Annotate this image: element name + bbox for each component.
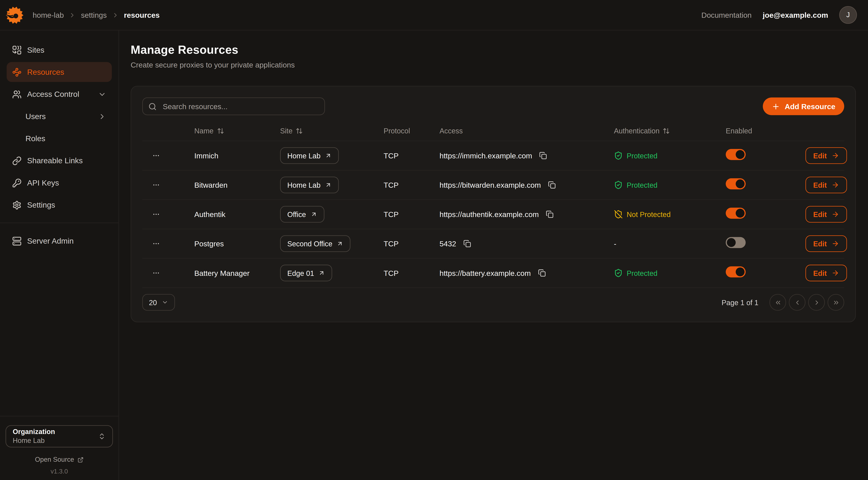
column-header-enabled: Enabled xyxy=(726,126,806,135)
enabled-toggle[interactable] xyxy=(726,149,746,160)
edit-label: Edit xyxy=(813,239,827,248)
protocol-value: TCP xyxy=(383,152,399,160)
pangolin-logo[interactable] xyxy=(6,6,24,24)
toggle-knob xyxy=(736,268,745,276)
page-size-select[interactable]: 20 xyxy=(142,294,175,310)
site-name: Office xyxy=(287,210,306,218)
sidebar-item-label: Access Control xyxy=(27,90,79,99)
open-source-link[interactable]: Open Source xyxy=(6,456,113,463)
site-link-badge[interactable]: Home Lab xyxy=(280,147,339,164)
access-url: https://bitwarden.example.com xyxy=(439,181,541,189)
server-icon xyxy=(12,236,22,246)
previous-page-button[interactable] xyxy=(789,294,806,310)
plus-icon xyxy=(772,102,780,111)
site-link-badge[interactable]: Office xyxy=(280,206,324,222)
search-input[interactable] xyxy=(162,101,319,111)
breadcrumb-current[interactable]: resources xyxy=(124,11,160,19)
documentation-link[interactable]: Documentation xyxy=(701,11,752,19)
enabled-toggle[interactable] xyxy=(726,266,746,277)
toggle-knob xyxy=(736,209,745,217)
sidebar-item-roles[interactable]: Roles xyxy=(7,128,112,148)
sidebar-item-sites[interactable]: Sites xyxy=(7,40,112,60)
sidebar-item-label: Sites xyxy=(27,46,44,54)
open-source-label: Open Source xyxy=(35,456,74,463)
row-menu-button[interactable] xyxy=(150,208,163,221)
chevrons-up-down-icon xyxy=(98,432,106,440)
breadcrumb-settings[interactable]: settings xyxy=(81,11,107,19)
row-menu-button[interactable] xyxy=(150,266,163,280)
shield-off-icon xyxy=(614,210,623,219)
sidebar-item-label: Shareable Links xyxy=(27,156,83,165)
row-menu-button[interactable] xyxy=(150,237,163,250)
site-link-badge[interactable]: Home Lab xyxy=(280,177,339,193)
sidebar-item-api-keys[interactable]: API Keys xyxy=(7,173,112,193)
sidebar-item-users[interactable]: Users xyxy=(7,106,112,126)
copy-button[interactable] xyxy=(462,238,473,249)
page-size-value: 20 xyxy=(149,298,157,306)
sidebar-item-shareable-links[interactable]: Shareable Links xyxy=(7,151,112,171)
edit-button[interactable]: Edit xyxy=(805,235,847,252)
column-header-authentication[interactable]: Authentication xyxy=(614,126,726,135)
copy-button[interactable] xyxy=(536,268,547,278)
copy-icon xyxy=(539,152,547,159)
row-menu-button[interactable] xyxy=(150,178,163,191)
sidebar-item-server-admin[interactable]: Server Admin xyxy=(7,231,112,251)
edit-button[interactable]: Edit xyxy=(805,147,847,164)
arrow-right-icon xyxy=(831,240,839,248)
chevrons-right-icon xyxy=(832,299,840,306)
copy-button[interactable] xyxy=(547,179,558,190)
topbar: home-lab settings resources Documentatio… xyxy=(0,0,868,30)
combine-icon xyxy=(12,45,22,55)
sidebar-item-label: Resources xyxy=(27,67,64,77)
copy-button[interactable] xyxy=(538,150,549,161)
site-link-badge[interactable]: Second Office xyxy=(280,235,351,252)
app-root: home-lab settings resources Documentatio… xyxy=(0,0,868,480)
sidebar-item-label: API Keys xyxy=(27,178,59,187)
protocol-value: TCP xyxy=(383,210,399,219)
protocol-value: TCP xyxy=(383,269,399,277)
organization-value: Home Lab xyxy=(13,437,55,445)
chevron-right-icon xyxy=(98,112,106,121)
copy-icon xyxy=(463,240,471,248)
first-page-button[interactable] xyxy=(769,294,786,310)
avatar[interactable]: J xyxy=(839,6,857,24)
add-resource-button[interactable]: Add Resource xyxy=(763,97,844,115)
sidebar-item-access-control[interactable]: Access Control xyxy=(7,84,112,104)
edit-button[interactable]: Edit xyxy=(805,177,847,193)
authentication-status: Not Protected xyxy=(614,210,726,219)
column-header-site[interactable]: Site xyxy=(280,126,383,135)
column-header-name[interactable]: Name xyxy=(194,126,280,135)
organization-selector[interactable]: Organization Home Lab xyxy=(6,425,113,447)
site-link-badge[interactable]: Edge 01 xyxy=(280,265,332,281)
enabled-toggle[interactable] xyxy=(726,237,746,248)
sidebar-item-settings[interactable]: Settings xyxy=(7,195,112,215)
enabled-toggle[interactable] xyxy=(726,208,746,219)
key-icon xyxy=(12,178,22,187)
sidebar-item-label: Roles xyxy=(26,134,45,143)
sidebar-item-label: Users xyxy=(26,112,46,121)
column-label: Name xyxy=(194,126,214,135)
page-subtitle: Create secure proxies to your private ap… xyxy=(131,61,857,69)
copy-button[interactable] xyxy=(544,209,555,220)
edit-button[interactable]: Edit xyxy=(805,265,847,281)
app-version: v1.3.0 xyxy=(6,468,113,475)
edit-button[interactable]: Edit xyxy=(805,206,847,222)
enabled-toggle[interactable] xyxy=(726,178,746,189)
next-page-button[interactable] xyxy=(808,294,825,310)
copy-icon xyxy=(548,181,556,189)
breadcrumb-org[interactable]: home-lab xyxy=(33,11,64,19)
row-menu-button[interactable] xyxy=(150,149,163,162)
authentication-status: Protected xyxy=(614,180,726,189)
table-row: Postgres Second Office TCP 5432 - Edit xyxy=(142,229,844,259)
external-link-icon xyxy=(78,456,84,462)
ellipsis-icon xyxy=(152,240,160,248)
access-url: https://immich.example.com xyxy=(439,151,532,160)
column-header-access: Access xyxy=(439,126,614,135)
sort-icon xyxy=(663,127,670,134)
resource-name: Authentik xyxy=(194,210,225,219)
sidebar-item-resources[interactable]: Resources xyxy=(7,62,112,82)
access-url: https://battery.example.com xyxy=(439,269,531,277)
main-content: Manage Resources Create secure proxies t… xyxy=(119,30,868,480)
last-page-button[interactable] xyxy=(828,294,844,310)
copy-icon xyxy=(538,269,546,277)
